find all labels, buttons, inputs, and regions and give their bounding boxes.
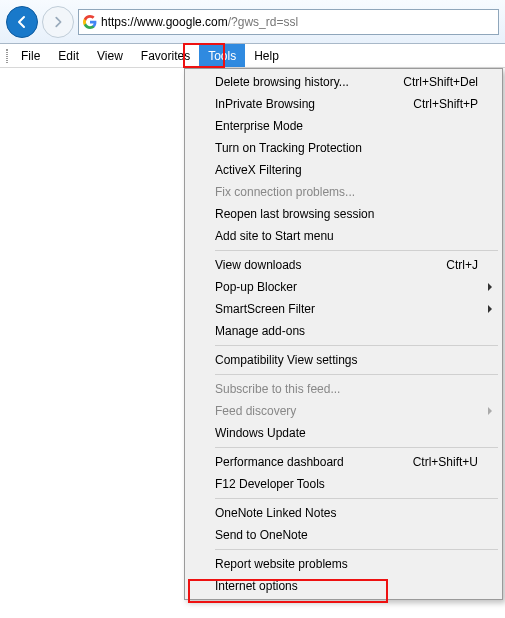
menu-item-label: Send to OneNote (215, 528, 478, 542)
menu-item-label: Subscribe to this feed... (215, 382, 478, 396)
menu-item-label: Fix connection problems... (215, 185, 478, 199)
menu-view[interactable]: View (88, 44, 132, 67)
menu-separator (215, 345, 498, 346)
menu-separator (215, 549, 498, 550)
address-bar[interactable]: https://www.google.com/?gws_rd=ssl (78, 9, 499, 35)
toolbar-grip-icon[interactable] (6, 44, 10, 67)
menu-item-label: OneNote Linked Notes (215, 506, 478, 520)
nav-bar: https://www.google.com/?gws_rd=ssl (0, 0, 505, 44)
menu-edit[interactable]: Edit (49, 44, 88, 67)
menu-item-windows-update[interactable]: Windows Update (187, 422, 500, 444)
menu-separator (215, 250, 498, 251)
menu-item-label: Report website problems (215, 557, 478, 571)
menu-item-label: Enterprise Mode (215, 119, 478, 133)
menu-item-inprivate-browsing[interactable]: InPrivate BrowsingCtrl+Shift+P (187, 93, 500, 115)
menu-favorites[interactable]: Favorites (132, 44, 199, 67)
menu-item-label: SmartScreen Filter (215, 302, 478, 316)
menu-item-label: Add site to Start menu (215, 229, 478, 243)
menu-help[interactable]: Help (245, 44, 288, 67)
menu-item-onenote-linked-notes[interactable]: OneNote Linked Notes (187, 502, 500, 524)
url-host: https://www.google.com (101, 15, 228, 29)
submenu-arrow-icon (488, 305, 492, 313)
forward-button[interactable] (42, 6, 74, 38)
url-path: /?gws_rd=ssl (228, 15, 298, 29)
menu-item-label: Compatibility View settings (215, 353, 478, 367)
menu-item-shortcut: Ctrl+Shift+Del (403, 75, 478, 89)
menu-item-turn-on-tracking-protection[interactable]: Turn on Tracking Protection (187, 137, 500, 159)
menu-item-pop-up-blocker[interactable]: Pop-up Blocker (187, 276, 500, 298)
submenu-arrow-icon (488, 283, 492, 291)
menu-item-internet-options[interactable]: Internet options (187, 575, 500, 597)
menu-item-label: Manage add-ons (215, 324, 478, 338)
menu-separator (215, 374, 498, 375)
menu-item-activex-filtering[interactable]: ActiveX Filtering (187, 159, 500, 181)
menu-item-label: Performance dashboard (215, 455, 413, 469)
menu-item-add-site-to-start-menu[interactable]: Add site to Start menu (187, 225, 500, 247)
menu-item-label: InPrivate Browsing (215, 97, 413, 111)
menu-file[interactable]: File (12, 44, 49, 67)
menu-item-f12-developer-tools[interactable]: F12 Developer Tools (187, 473, 500, 495)
menu-item-label: View downloads (215, 258, 446, 272)
menu-item-label: ActiveX Filtering (215, 163, 478, 177)
menu-separator (215, 498, 498, 499)
back-button[interactable] (6, 6, 38, 38)
url-text: https://www.google.com/?gws_rd=ssl (101, 15, 494, 29)
menu-item-shortcut: Ctrl+J (446, 258, 478, 272)
menu-item-reopen-last-browsing-session[interactable]: Reopen last browsing session (187, 203, 500, 225)
menu-item-shortcut: Ctrl+Shift+U (413, 455, 478, 469)
menu-item-fix-connection-problems: Fix connection problems... (187, 181, 500, 203)
menu-item-delete-browsing-history[interactable]: Delete browsing history...Ctrl+Shift+Del (187, 71, 500, 93)
menu-bar: FileEditViewFavoritesToolsHelp (0, 44, 505, 68)
menu-item-compatibility-view-settings[interactable]: Compatibility View settings (187, 349, 500, 371)
menu-item-enterprise-mode[interactable]: Enterprise Mode (187, 115, 500, 137)
menu-item-shortcut: Ctrl+Shift+P (413, 97, 478, 111)
forward-arrow-icon (51, 15, 65, 29)
menu-separator (215, 447, 498, 448)
menu-item-send-to-onenote[interactable]: Send to OneNote (187, 524, 500, 546)
menu-item-label: Windows Update (215, 426, 478, 440)
menu-tools[interactable]: Tools (199, 44, 245, 67)
menu-item-label: Reopen last browsing session (215, 207, 478, 221)
menu-item-feed-discovery: Feed discovery (187, 400, 500, 422)
submenu-arrow-icon (488, 407, 492, 415)
menu-item-manage-add-ons[interactable]: Manage add-ons (187, 320, 500, 342)
menu-item-performance-dashboard[interactable]: Performance dashboardCtrl+Shift+U (187, 451, 500, 473)
menu-item-subscribe-to-this-feed: Subscribe to this feed... (187, 378, 500, 400)
menu-item-label: Delete browsing history... (215, 75, 403, 89)
menu-item-label: Feed discovery (215, 404, 478, 418)
menu-item-label: Pop-up Blocker (215, 280, 478, 294)
menu-item-label: F12 Developer Tools (215, 477, 478, 491)
back-arrow-icon (14, 14, 30, 30)
tools-menu-dropdown: Delete browsing history...Ctrl+Shift+Del… (184, 68, 503, 600)
menu-item-smartscreen-filter[interactable]: SmartScreen Filter (187, 298, 500, 320)
menu-item-view-downloads[interactable]: View downloadsCtrl+J (187, 254, 500, 276)
menu-item-label: Turn on Tracking Protection (215, 141, 478, 155)
menu-item-report-website-problems[interactable]: Report website problems (187, 553, 500, 575)
site-favicon-google-icon (83, 15, 97, 29)
menu-item-label: Internet options (215, 579, 478, 593)
